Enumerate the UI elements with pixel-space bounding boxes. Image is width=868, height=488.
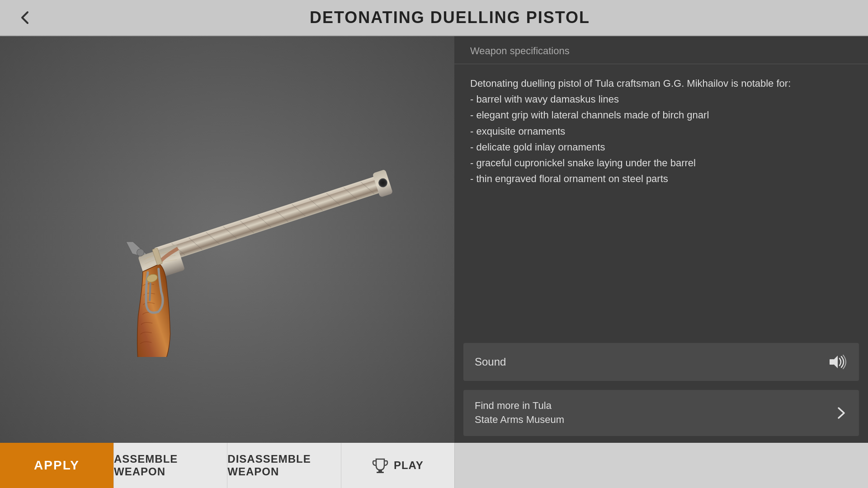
specs-body: Detonating duelling pistol of Tula craft… [454,64,868,338]
assemble-label: ASSEMBLE WEAPON [114,453,227,478]
svg-rect-1 [154,175,378,251]
sound-button[interactable]: Sound [463,343,859,381]
specs-header: Weapon specifications [454,36,868,64]
specs-section-title: Weapon specifications [470,45,570,56]
title-area: DETONATING DUELLING PISTOL [45,8,854,27]
museum-text: Find more in Tula State Arms Museum [475,399,564,427]
trophy-icon [372,457,388,474]
main-content: Weapon specifications Detonating duellin… [0,36,868,443]
header: DETONATING DUELLING PISTOL [0,0,868,36]
svg-rect-23 [378,470,382,472]
svg-rect-21 [830,359,834,365]
right-panel: Weapon specifications Detonating duellin… [454,36,868,443]
apply-button[interactable]: APPLY [0,443,113,488]
pistol-image [42,122,413,357]
pistol-display [0,36,454,443]
museum-link-button[interactable]: Find more in Tula State Arms Museum [463,390,859,436]
disassemble-label: DISASSEMBLE WEAPON [227,453,340,478]
svg-rect-0 [154,175,382,264]
specs-description: Detonating duelling pistol of Tula craft… [470,75,852,187]
play-label: PLAY [394,459,424,472]
page-title: DETONATING DUELLING PISTOL [310,8,590,27]
apply-label: APPLY [34,458,80,473]
weapon-viewport [0,36,454,443]
toolbar-right-spacer [454,443,868,488]
chevron-right-icon [834,406,848,420]
svg-marker-22 [834,356,838,368]
museum-line2: State Arms Museum [475,413,564,427]
toolbar: APPLY ASSEMBLE WEAPON DISASSEMBLE WEAPON… [0,443,868,488]
museum-line1: Find more in Tula [475,399,564,413]
disassemble-button[interactable]: DISASSEMBLE WEAPON [227,443,340,488]
volume-icon [828,352,848,372]
play-button[interactable]: PLAY [341,443,454,488]
assemble-button[interactable]: ASSEMBLE WEAPON [113,443,227,488]
svg-rect-24 [377,472,384,473]
sound-label: Sound [475,356,506,368]
back-button[interactable] [14,6,36,29]
